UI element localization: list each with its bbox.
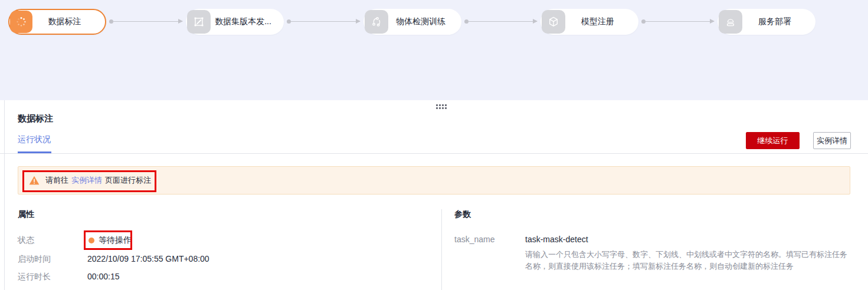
data-labeling-icon	[10, 11, 32, 33]
warning-icon	[29, 176, 40, 185]
instance-detail-button[interactable]: 实例详情	[813, 132, 851, 149]
task-name-label: task_name	[454, 235, 494, 244]
workflow-node-model-register[interactable]: 模型注册	[541, 9, 638, 35]
task-name-value: task-mask-detect	[525, 235, 588, 244]
workflow-node-data-labeling[interactable]: 数据标注	[8, 9, 106, 35]
node-detail-panel: 数据标注 运行状况 继续运行 实例详情 请前往 实例详情 页面进行标注 属性 状…	[0, 100, 868, 290]
workflow-page: 数据标注 数据集版本发...	[0, 0, 868, 290]
instance-detail-link[interactable]: 实例详情	[71, 175, 102, 186]
status-value: 等待操作	[89, 235, 132, 246]
connector-arrow	[110, 21, 182, 22]
alert-banner: 请前往 实例详情 页面进行标注	[18, 166, 850, 195]
node-label: 数据集版本发...	[211, 17, 284, 27]
node-label: 服务部署	[742, 17, 815, 27]
node-label: 数据标注	[32, 17, 105, 27]
workflow-canvas[interactable]: 数据标注 数据集版本发...	[0, 0, 868, 100]
panel-title: 数据标注	[18, 113, 53, 124]
object-detection-training-icon	[365, 10, 388, 34]
status-label: 状态	[18, 235, 34, 246]
alert-text-prefix: 请前往	[45, 175, 68, 186]
panel-left-edge	[4, 100, 5, 290]
panel-resize-handle[interactable]	[436, 104, 447, 109]
run-duration-label: 运行时长	[18, 272, 51, 282]
parameters-heading: 参数	[454, 209, 471, 220]
columns-divider	[441, 209, 442, 290]
alert-text-suffix: 页面进行标注	[105, 175, 151, 186]
run-duration-value: 00:00:15	[87, 272, 120, 281]
connector-arrow	[465, 21, 537, 22]
connector-arrow	[642, 21, 714, 22]
start-time-label: 启动时间	[18, 254, 51, 265]
model-register-icon	[542, 10, 565, 34]
workflow-node-service-deploy[interactable]: 服务部署	[718, 9, 815, 35]
tabs-divider	[0, 153, 868, 154]
task-name-description: 请输入一个只包含大小写字母、数字、下划线、中划线或者中文字符的名称。填写已有标注…	[525, 249, 851, 272]
status-dot-icon	[89, 238, 94, 243]
service-deploy-icon	[719, 10, 742, 34]
properties-heading: 属性	[18, 209, 34, 220]
node-label: 物体检测训练	[388, 17, 461, 27]
workflow-node-dataset-version[interactable]: 数据集版本发...	[186, 9, 284, 35]
dataset-version-icon	[187, 10, 211, 34]
node-label: 模型注册	[565, 17, 638, 27]
continue-run-button[interactable]: 继续运行	[746, 132, 800, 149]
workflow-node-object-detection-training[interactable]: 物体检测训练	[363, 9, 461, 35]
connector-arrow	[287, 21, 360, 22]
start-time-value: 2022/10/09 17:05:55 GMT+08:00	[87, 254, 209, 263]
tab-run-status[interactable]: 运行状况	[18, 134, 51, 145]
